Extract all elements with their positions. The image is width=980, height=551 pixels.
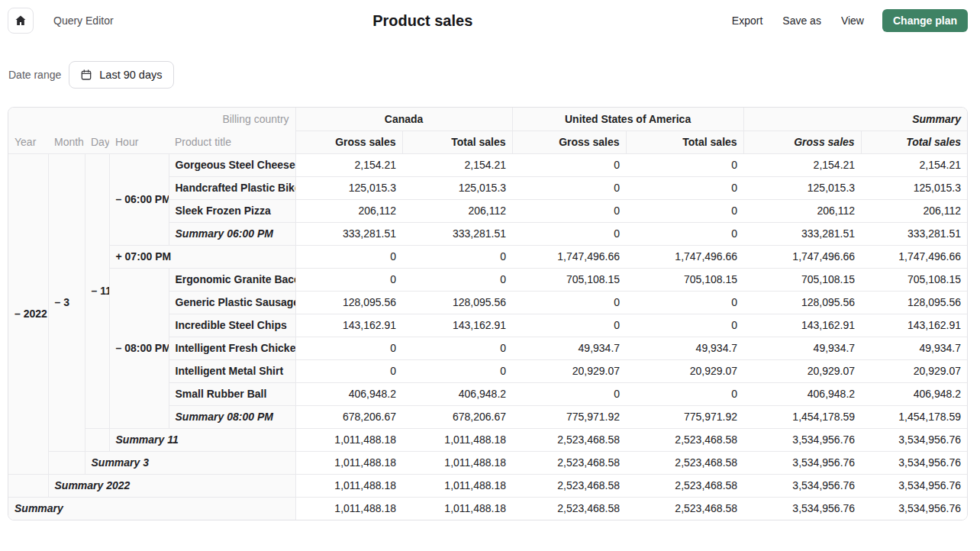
expand-toggle-cell[interactable]: – 2022 <box>8 153 48 474</box>
calendar-icon <box>80 69 92 81</box>
value-cell: 49,934.7 <box>626 337 743 359</box>
value-cell: 0 <box>295 359 402 382</box>
table-row: – 08:00 PMErgonomic Granite Bacon00705,1… <box>8 268 967 291</box>
value-cell: 3,534,956.76 <box>861 474 967 497</box>
value-cell: 0 <box>626 153 743 176</box>
pivot-table-container: Billing country Canada United States of … <box>8 107 968 520</box>
value-cell: 125,015.3 <box>743 176 861 199</box>
column-header-usa-total-sales: Total sales <box>626 130 743 153</box>
value-cell: 705,108.15 <box>512 268 626 291</box>
value-cell: 406,948.2 <box>402 382 512 405</box>
value-cell: 2,523,468.58 <box>626 451 743 474</box>
value-cell: 3,534,956.76 <box>743 474 861 497</box>
value-cell: 1,747,496.66 <box>512 245 626 268</box>
save-as-button[interactable]: Save as <box>782 14 821 27</box>
billing-country-label: Billing country <box>8 108 295 130</box>
column-header-canada-total-sales: Total sales <box>402 130 512 153</box>
value-cell: 333,281.51 <box>295 222 402 245</box>
value-cell: 333,281.51 <box>861 222 967 245</box>
expand-toggle-cell[interactable]: – 06:00 PM <box>109 153 169 245</box>
value-cell: 3,534,956.76 <box>743 497 861 520</box>
column-header-month: Month <box>48 130 85 153</box>
summary-label-cell: Summary <box>8 497 295 520</box>
column-header-canada-gross-sales: Gross sales <box>295 130 402 153</box>
table-row: Summary 111,011,488.181,011,488.182,523,… <box>8 428 967 451</box>
value-cell: 0 <box>512 314 626 337</box>
value-cell: 406,948.2 <box>743 382 861 405</box>
top-bar: Query Editor Product sales Export Save a… <box>0 0 980 41</box>
top-actions: Export Save as View Change plan <box>732 9 968 32</box>
column-header-hour: Hour <box>109 130 169 153</box>
value-cell: 3,534,956.76 <box>743 451 861 474</box>
value-cell: 1,747,496.66 <box>861 245 967 268</box>
value-cell: 1,011,488.18 <box>295 497 402 520</box>
table-row: + 07:00 PM001,747,496.661,747,496.661,74… <box>8 245 967 268</box>
column-header-day: Day <box>85 130 109 153</box>
value-cell: 20,929.07 <box>743 359 861 382</box>
value-cell: 1,747,496.66 <box>626 245 743 268</box>
change-plan-button[interactable]: Change plan <box>882 9 968 32</box>
pivot-table: Billing country Canada United States of … <box>8 108 967 520</box>
column-header-usa-gross-sales: Gross sales <box>512 130 626 153</box>
value-cell: 206,112 <box>295 199 402 222</box>
value-cell: 406,948.2 <box>861 382 967 405</box>
value-cell: 333,281.51 <box>402 222 512 245</box>
value-cell: 1,011,488.18 <box>402 428 512 451</box>
value-cell: 2,523,468.58 <box>626 474 743 497</box>
value-cell: 1,747,496.66 <box>743 245 861 268</box>
value-cell: 406,948.2 <box>295 382 402 405</box>
expand-toggle-cell[interactable]: – 11 <box>85 153 109 428</box>
view-button[interactable]: View <box>841 14 864 27</box>
column-header-summary-total-sales: Total sales <box>861 130 967 153</box>
summary-label-cell: Summary 06:00 PM <box>169 222 295 245</box>
value-cell: 49,934.7 <box>512 337 626 359</box>
value-cell: 3,534,956.76 <box>743 428 861 451</box>
row-header-cell: Small Rubber Ball <box>169 382 295 405</box>
column-header-summary-gross-sales: Gross sales <box>743 130 861 153</box>
expand-toggle-cell[interactable]: – 08:00 PM <box>109 268 169 428</box>
row-header-cell: Ergonomic Granite Bacon <box>169 268 295 291</box>
value-cell: 1,011,488.18 <box>402 497 512 520</box>
value-cell: 143,162.91 <box>743 314 861 337</box>
value-cell: 705,108.15 <box>743 268 861 291</box>
value-cell: 128,095.56 <box>402 291 512 314</box>
column-header-row: Year Month Day Hour Product title Gross … <box>8 130 967 153</box>
column-header-product-title: Product title <box>169 130 295 153</box>
value-cell: 1,011,488.18 <box>295 474 402 497</box>
row-header-cell: Gorgeous Steel Cheese <box>169 153 295 176</box>
row-header-cell <box>8 474 48 497</box>
value-cell: 0 <box>512 222 626 245</box>
date-range-button[interactable]: Last 90 days <box>69 61 173 89</box>
value-cell: 125,015.3 <box>861 176 967 199</box>
value-cell: 2,523,468.58 <box>512 497 626 520</box>
value-cell: 206,112 <box>743 199 861 222</box>
value-cell: 1,454,178.59 <box>743 405 861 428</box>
value-cell: 2,523,468.58 <box>626 428 743 451</box>
table-row: Summary1,011,488.181,011,488.182,523,468… <box>8 497 967 520</box>
value-cell: 143,162.91 <box>861 314 967 337</box>
row-header-cell: Generic Plastic Sausages <box>169 291 295 314</box>
value-cell: 2,523,468.58 <box>512 451 626 474</box>
expand-toggle-cell[interactable]: + 07:00 PM <box>109 245 295 268</box>
app-label: Query Editor <box>53 14 114 27</box>
value-cell: 0 <box>626 291 743 314</box>
value-cell: 1,011,488.18 <box>402 451 512 474</box>
table-row: Summary 20221,011,488.181,011,488.182,52… <box>8 474 967 497</box>
value-cell: 128,095.56 <box>861 291 967 314</box>
value-cell: 2,523,468.58 <box>626 497 743 520</box>
value-cell: 128,095.56 <box>743 291 861 314</box>
value-cell: 0 <box>402 268 512 291</box>
expand-toggle-cell[interactable]: – 3 <box>48 153 85 451</box>
value-cell: 0 <box>626 382 743 405</box>
summary-label-cell: Summary 08:00 PM <box>169 405 295 428</box>
home-button[interactable] <box>8 8 34 34</box>
export-button[interactable]: Export <box>732 14 762 27</box>
value-cell: 1,454,178.59 <box>861 405 967 428</box>
row-header-cell: Intelligent Metal Shirt <box>169 359 295 382</box>
summary-label-cell: Summary 3 <box>85 451 295 474</box>
table-row: – 2022– 3– 11– 06:00 PMGorgeous Steel Ch… <box>8 153 967 176</box>
row-header-cell: Sleek Frozen Pizza <box>169 199 295 222</box>
value-cell: 2,154.21 <box>743 153 861 176</box>
value-cell: 0 <box>626 199 743 222</box>
page-title: Product sales <box>114 12 732 30</box>
